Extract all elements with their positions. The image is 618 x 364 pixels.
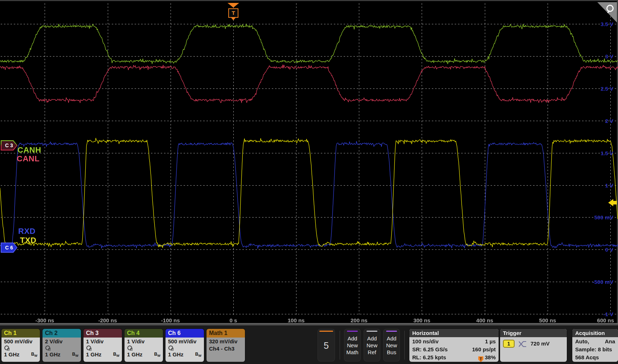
resolution: 160 ps/pt	[472, 346, 496, 353]
trigger-marker-t-icon: T	[228, 8, 238, 18]
record-length: RL: 6.25 kpts	[412, 353, 446, 362]
acquisition-clipped-text: Ana	[605, 338, 615, 346]
voltage-tick-label: 1 V	[605, 182, 613, 188]
orange-accent-line	[319, 331, 333, 332]
trigger-level-value: 720 mV	[531, 340, 550, 348]
ch1-bandwidth: 1 GHz	[4, 351, 20, 357]
add-new-math-button[interactable]: AddNewMath	[344, 329, 361, 361]
bottom-settings-bar: Ch 1 500 mV/div 1 GHzBW Ch 2 2 V/div 1 G…	[0, 326, 618, 364]
horizontal-panel-title: Horizontal	[409, 329, 499, 337]
time-tick-label: 200 ns	[351, 317, 368, 323]
channel-badge-ch3[interactable]: Ch 3 1 V/div 1 GHzBW	[83, 329, 122, 362]
results-count-button[interactable]: 5	[318, 329, 335, 361]
bandwidth-limit-icon: BW	[31, 352, 37, 357]
voltage-tick-label: 2 V	[605, 117, 613, 124]
time-tick-label: -200 ns	[98, 317, 117, 323]
time-tick-label: 100 ns	[288, 317, 305, 323]
waveform-area: CANH CANL RXD TXD C 3 C 6 T -300 ns-200 …	[0, 0, 618, 323]
probe-icon	[4, 344, 37, 351]
acquisition-sample: Sample: 8 bits	[575, 346, 615, 353]
time-tick-label: 600 ns	[597, 317, 614, 323]
trigger-marker-arrow-icon	[228, 3, 239, 8]
trigger-position-icon: T	[478, 356, 483, 362]
ch2-scale: 2 V/div	[45, 338, 78, 344]
trigger-panel-title: Trigger	[500, 329, 567, 337]
waveform-display[interactable]	[0, 1, 618, 324]
trigger-level-arrow-icon	[608, 199, 613, 206]
channel-badge-ch2[interactable]: Ch 2 2 V/div 1 GHzBW	[42, 329, 81, 362]
channel-badge-ch1[interactable]: Ch 1 500 mV/div 1 GHzBW	[1, 329, 40, 362]
voltage-tick-label: -500 mV	[592, 279, 613, 285]
trigger-level-arrow-stem	[613, 201, 617, 204]
oscilloscope-screen: CANH CANL RXD TXD C 3 C 6 T -300 ns-200 …	[0, 0, 618, 364]
ch2-title: Ch 2	[42, 329, 81, 338]
math1-expression: Ch4 - Ch3	[209, 346, 242, 352]
ch3-scale: 1 V/div	[86, 338, 119, 344]
canh-trace-label: CANH	[17, 145, 41, 155]
time-tick-label: 500 ns	[539, 317, 556, 323]
sample-rate: SR: 6.25 GS/s	[412, 346, 448, 353]
channel-badge-math1[interactable]: Math 1 320 mV/div Ch4 - Ch3	[206, 329, 245, 362]
horizontal-window: 1 µs	[485, 338, 496, 346]
math1-scale: 320 mV/div	[209, 338, 242, 344]
acquisition-settings-panel[interactable]: Acquisition Auto,Ana Sample: 8 bits 568 …	[572, 329, 618, 362]
probe-icon	[86, 344, 119, 351]
bandwidth-limit-icon: BW	[195, 352, 201, 357]
toolbar-separator	[404, 331, 405, 360]
time-tick-label: 0 s	[229, 317, 237, 323]
acquisition-count: 568 Acqs	[575, 353, 615, 361]
canl-trace-label: CANL	[17, 154, 40, 164]
bandwidth-limit-icon: BW	[154, 352, 160, 357]
time-tick-label: 300 ns	[413, 317, 430, 323]
time-tick-label: 400 ns	[476, 317, 493, 323]
toolbar-separator	[340, 331, 340, 360]
either-edge-icon	[518, 340, 527, 347]
voltage-tick-label: 500 mV	[594, 214, 613, 220]
add-new-ref-button[interactable]: AddNewRef	[364, 329, 380, 361]
trigger-level-arrow[interactable]	[608, 199, 617, 206]
results-count: 5	[318, 340, 335, 351]
voltage-tick-label: 0 V	[605, 247, 613, 253]
bandwidth-limit-icon: BW	[72, 352, 78, 357]
trigger-position-marker[interactable]: T	[227, 3, 240, 20]
txd-trace-label: TXD	[20, 236, 37, 245]
voltage-tick-label: 3 V	[605, 53, 613, 59]
ch6-bandwidth: 1 GHz	[168, 351, 184, 357]
ch1-scale: 500 mV/div	[4, 338, 37, 344]
horizontal-scale: 100 ns/div	[412, 338, 439, 346]
voltage-tick-label: 3.5 V	[601, 21, 613, 27]
trigger-marker-tail-icon	[231, 18, 236, 20]
voltage-tick-label: 2.5 V	[601, 85, 613, 91]
time-tick-label: -100 ns	[161, 317, 180, 323]
scope-bar-divider	[0, 323, 618, 326]
ch2-bandwidth: 1 GHz	[45, 351, 61, 357]
acquisition-panel-title: Acquisition	[572, 329, 618, 337]
channel-badge-ch6[interactable]: Ch 6 500 mV/div 1 GHzBW	[165, 329, 204, 362]
ch6-title: Ch 6	[165, 329, 204, 338]
rxd-trace-label: RXD	[18, 227, 36, 236]
ch6-scale: 500 mV/div	[168, 338, 201, 344]
voltage-tick-label: -1 V	[603, 311, 613, 317]
bus-accent-line	[386, 331, 397, 332]
ch3-title: Ch 3	[83, 329, 122, 338]
voltage-tick-label: 1.5 V	[601, 150, 613, 156]
math-accent-line	[347, 331, 358, 332]
ch3-bandwidth: 1 GHz	[86, 351, 102, 357]
time-tick-label: -300 ns	[35, 317, 54, 323]
ch4-bandwidth: 1 GHz	[127, 351, 143, 357]
bandwidth-limit-icon: BW	[113, 352, 119, 357]
trigger-position-percent: 38%	[485, 354, 496, 360]
ref-accent-line	[367, 331, 377, 332]
trigger-settings-panel[interactable]: Trigger 1 720 mV	[500, 329, 567, 362]
channel-badge-ch4[interactable]: Ch 4 1 V/div 1 GHzBW	[124, 329, 163, 362]
probe-icon	[168, 344, 201, 351]
math1-title: Math 1	[206, 329, 245, 338]
horizontal-settings-panel[interactable]: Horizontal 100 ns/div1 µs SR: 6.25 GS/s1…	[409, 329, 499, 362]
acquisition-mode: Auto,	[575, 338, 589, 346]
add-new-bus-button[interactable]: AddNewBus	[383, 329, 400, 361]
ch4-scale: 1 V/div	[127, 338, 160, 344]
probe-icon	[127, 344, 160, 351]
ch1-title: Ch 1	[1, 329, 40, 338]
ch4-title: Ch 4	[124, 329, 163, 338]
probe-icon	[45, 344, 78, 351]
